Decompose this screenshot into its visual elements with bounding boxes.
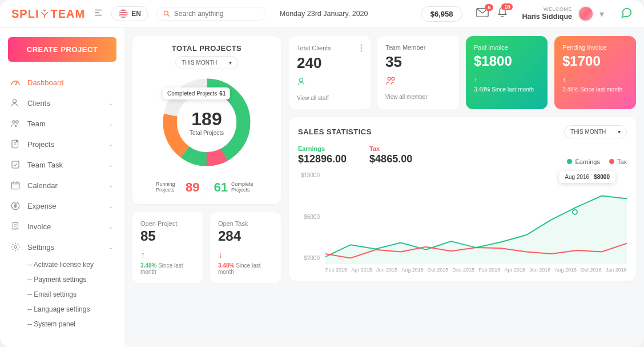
more-icon[interactable] — [360, 44, 363, 52]
team-icon — [10, 118, 21, 129]
open-project-card: Open Project 85 ↑ 3.48% Since last month — [132, 212, 203, 283]
nav-label: Team Task — [27, 161, 63, 169]
arrow-down-icon: ↓ — [218, 250, 273, 260]
chevron-down-icon: ⌄ — [108, 121, 113, 127]
running-projects: Running Projects 89 — [156, 180, 199, 195]
nav-list: Dashboard Clients ⌄ Team ⌄ Projects ⌄ — [8, 72, 116, 332]
nav-label: Dashboard — [27, 78, 64, 87]
gear-icon — [10, 242, 21, 252]
dashboard-icon — [10, 77, 21, 87]
nav-label: Expense — [27, 202, 57, 210]
projects-icon — [10, 139, 21, 149]
total-clients-card: Total Clients 240 View all staff — [289, 36, 371, 109]
svg-rect-6 — [12, 161, 19, 168]
sidebar-sub-activate-license[interactable]: -- Activate license key — [8, 257, 116, 272]
chevron-down-icon: ⌄ — [108, 141, 113, 147]
sidebar-item-team-task[interactable]: Team Task ⌄ — [8, 154, 116, 175]
invoice-icon — [10, 221, 21, 232]
team-member-card: Team Member 35 View all member — [377, 36, 459, 109]
complete-projects: 61 Complete Projects — [214, 180, 257, 195]
view-all-member-link[interactable]: View all member — [385, 94, 451, 100]
nav-label: Team — [27, 119, 46, 128]
sales-statistics-card: SALES STATISTICS THIS MONTH▾ Earnings$12… — [289, 117, 636, 281]
clients-icon — [10, 98, 21, 108]
sidebar-item-calendar[interactable]: Calendar ⌄ — [8, 175, 116, 196]
total-projects-value: 189 — [191, 109, 222, 130]
search-input[interactable] — [174, 10, 260, 18]
total-projects-card: TOTAL PROJECTS THIS MONTH▾ — [132, 36, 281, 204]
line-chart: Aug 2016 $8000 — [325, 172, 627, 264]
sidebar-item-invoice[interactable]: Invoice ⌄ — [8, 216, 116, 237]
pending-invoice-card: Pending invoice $1700 ↑ 3.48% Since last… — [554, 36, 636, 109]
bell-icon[interactable]: 10 — [497, 7, 508, 21]
svg-point-2 — [13, 99, 17, 103]
chevron-down-icon: ⌄ — [108, 224, 113, 230]
user-menu[interactable]: WELCOME Haris Siddique ▾ — [522, 6, 604, 22]
header: SPLITEAM EN Monday 23rd January, 2020 $6… — [0, 0, 644, 28]
sidebar-item-clients[interactable]: Clients ⌄ — [8, 93, 116, 113]
nav-label: Settings — [27, 243, 54, 252]
search-icon — [163, 10, 171, 18]
svg-point-19 — [392, 77, 395, 80]
bell-badge: 10 — [501, 3, 513, 10]
sidebar-sub-language[interactable]: -- Language settings — [8, 302, 116, 317]
header-icons: 6 10 — [476, 7, 508, 21]
total-projects-label: Total Projects — [190, 130, 224, 136]
sidebar-item-expense[interactable]: Expense ⌄ — [8, 196, 116, 216]
view-all-staff-link[interactable]: View all staff — [297, 95, 363, 101]
sidebar-sub-payment[interactable]: -- Payment settings — [8, 272, 116, 287]
svg-point-17 — [300, 78, 303, 82]
svg-point-16 — [361, 50, 363, 52]
client-icon — [297, 77, 363, 89]
donut-tooltip: Completed Projects 61 — [163, 87, 230, 99]
create-project-button[interactable]: CREATE PROJECT — [8, 37, 116, 62]
flag-icon — [119, 9, 128, 18]
x-axis-labels: Feb 2015Apr 2015Jun 2015Aug 2015Oct 2015… — [325, 267, 627, 273]
task-icon — [10, 159, 21, 170]
sales-range[interactable]: THIS MONTH▾ — [564, 125, 627, 138]
chart-legend: Earnings Tax — [567, 158, 627, 165]
balance-pill[interactable]: $6,958 — [421, 6, 463, 22]
total-projects-range[interactable]: THIS MONTH▾ — [175, 56, 238, 69]
svg-point-18 — [388, 77, 391, 80]
sidebar-sub-system[interactable]: -- System panel — [8, 317, 116, 332]
language-code: EN — [131, 10, 141, 18]
sidebar: CREATE PROJECT Dashboard Clients ⌄ Team … — [0, 28, 124, 347]
arrow-up-icon: ↑ — [562, 76, 628, 84]
total-projects-title: TOTAL PROJECTS — [142, 44, 272, 53]
chat-icon[interactable] — [620, 6, 633, 21]
nav-label: Invoice — [27, 222, 51, 231]
chevron-down-icon: ⌄ — [108, 100, 113, 106]
avatar — [578, 6, 594, 22]
sidebar-item-team[interactable]: Team ⌄ — [8, 113, 116, 134]
nav-label: Calendar — [27, 181, 58, 190]
arrow-up-icon: ↑ — [474, 76, 540, 84]
app-frame: SPLITEAM EN Monday 23rd January, 2020 $6… — [0, 0, 644, 347]
sidebar-item-projects[interactable]: Projects ⌄ — [8, 134, 116, 154]
svg-rect-7 — [11, 182, 19, 189]
paid-invoice-card: Paid Invoice $1800 ↑ 3.48% Since last mo… — [466, 36, 548, 109]
language-selector[interactable]: EN — [111, 6, 148, 21]
svg-point-14 — [361, 45, 363, 46]
sidebar-item-dashboard[interactable]: Dashboard — [8, 72, 116, 93]
logo-icon — [39, 9, 50, 19]
logo: SPLITEAM — [11, 7, 85, 21]
mail-icon[interactable]: 6 — [476, 7, 489, 20]
arrow-up-icon: ↑ — [140, 250, 195, 260]
expense-icon — [10, 201, 21, 211]
y-axis-labels: $13000$6000$2000 — [298, 172, 323, 261]
username: Haris Siddique — [522, 13, 572, 21]
chevron-down-icon[interactable]: ▾ — [599, 9, 604, 19]
search-box[interactable] — [156, 7, 266, 21]
svg-point-9 — [14, 246, 17, 249]
svg-point-15 — [361, 47, 363, 49]
chevron-down-icon: ⌄ — [108, 244, 113, 250]
sidebar-sub-email[interactable]: -- Email settings — [8, 287, 116, 302]
main-content: TOTAL PROJECTS THIS MONTH▾ — [124, 28, 644, 347]
sidebar-item-settings[interactable]: Settings ⌄ — [8, 237, 116, 257]
svg-point-4 — [16, 121, 19, 123]
welcome-label: WELCOME — [522, 6, 572, 13]
menu-toggle[interactable] — [93, 7, 103, 20]
chevron-down-icon: ⌄ — [108, 162, 113, 168]
sales-title: SALES STATISTICS — [298, 127, 372, 136]
